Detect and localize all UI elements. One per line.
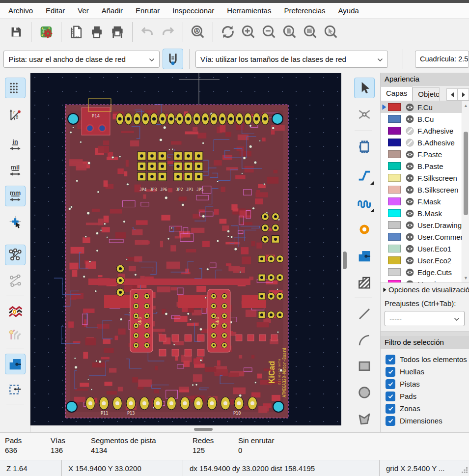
menu-ver[interactable]: Ver <box>71 3 95 18</box>
add-via-button[interactable] <box>354 219 375 240</box>
layer-visibility-toggle[interactable] <box>406 139 414 146</box>
layer-row-f-cu[interactable]: F.Cu <box>381 101 469 113</box>
layer-color-swatch[interactable] <box>388 233 401 241</box>
zoom-in-button[interactable] <box>238 22 259 42</box>
tab-layers[interactable]: Capas <box>381 86 413 101</box>
menu-anadir[interactable]: Añadir <box>95 3 129 18</box>
layer-row-f-adhesive[interactable]: F.Adhesive <box>381 125 469 137</box>
layer-visibility-toggle[interactable] <box>406 174 414 182</box>
layer-row-margin[interactable]: Margin <box>381 278 469 282</box>
canvas-vertical-scrollbar[interactable] <box>341 73 348 432</box>
layer-row-user-comments[interactable]: User.Comments <box>381 231 469 243</box>
zone-outline-mode-button[interactable] <box>5 378 26 399</box>
resize-grip-icon[interactable] <box>462 467 468 475</box>
layer-color-swatch[interactable] <box>388 256 401 264</box>
refresh-view-button[interactable] <box>218 22 238 42</box>
menu-herramientas[interactable]: Herramientas <box>221 3 277 18</box>
layer-visibility-toggle[interactable] <box>406 103 414 111</box>
zoom-out-button[interactable] <box>259 22 279 42</box>
pcb-canvas[interactable]: P14JP4JP3JP6JP2JP1JP5GNDGNDP11P13P10KiCa… <box>30 73 341 425</box>
layer-scroll-thumb[interactable] <box>464 132 468 215</box>
save-button[interactable] <box>6 22 27 42</box>
units-mil-button[interactable]: mil <box>5 160 26 181</box>
menu-archivo[interactable]: Archivo <box>2 3 39 18</box>
layer-color-swatch[interactable] <box>388 150 401 158</box>
zoom-selection-button[interactable] <box>321 22 341 42</box>
layer-visibility-toggle[interactable] <box>406 150 414 158</box>
crosshair-cursor-button[interactable] <box>5 211 26 232</box>
grid-select[interactable]: Cuadrícula: 2.5 <box>415 51 469 68</box>
layer-color-swatch[interactable] <box>388 162 401 170</box>
layer-row-f-paste[interactable]: F.Paste <box>381 148 469 160</box>
draw-arc-button[interactable] <box>354 330 375 351</box>
layer-color-swatch[interactable] <box>388 127 401 135</box>
layer-row-f-silkscreen[interactable]: F.Silkscreen <box>381 172 469 184</box>
layer-color-swatch[interactable] <box>388 197 401 205</box>
layer-row-b-cu[interactable]: B.Cu <box>381 113 469 125</box>
menu-editar[interactable]: Editar <box>39 3 71 18</box>
layer-color-swatch[interactable] <box>388 268 401 276</box>
layer-visibility-toggle[interactable] <box>406 127 414 135</box>
menu-inspeccionar[interactable]: Inspeccionar <box>166 3 221 18</box>
layer-visibility-toggle[interactable] <box>406 186 414 194</box>
polar-coords-button[interactable]: rθ <box>5 104 26 125</box>
undo-button[interactable] <box>137 22 158 42</box>
tab-objects[interactable]: Objetos <box>413 87 440 101</box>
layer-row-user-eco2[interactable]: User.Eco2 <box>381 254 469 266</box>
layer-color-swatch[interactable] <box>388 209 401 217</box>
layer-color-swatch[interactable] <box>388 245 401 252</box>
menu-preferencias[interactable]: Preferencias <box>277 3 331 18</box>
layer-row-user-drawings[interactable]: User.Drawings <box>381 219 469 231</box>
filter-checkbox-huellas[interactable] <box>386 367 395 377</box>
redo-button[interactable] <box>158 22 178 42</box>
draw-rectangle-button[interactable] <box>354 356 375 376</box>
layer-row-user-eco1[interactable]: User.Eco1 <box>381 243 469 254</box>
print-button[interactable] <box>86 22 107 42</box>
layer-row-b-silkscreen[interactable]: B.Silkscreen <box>381 184 469 196</box>
board-setup-button[interactable] <box>36 22 56 42</box>
layer-row-f-mask[interactable]: F.Mask <box>381 196 469 207</box>
curved-ratsnest-button[interactable] <box>5 270 26 291</box>
draw-polygon-button[interactable] <box>354 409 375 429</box>
tune-length-button[interactable] <box>354 193 375 213</box>
layer-visibility-toggle[interactable] <box>406 245 414 252</box>
menu-ayuda[interactable]: Ayuda <box>332 3 365 18</box>
layer-visibility-toggle[interactable] <box>406 221 414 229</box>
layer-visibility-toggle[interactable] <box>406 197 414 205</box>
tab-prev-button[interactable] <box>446 88 458 101</box>
select-tool-button[interactable] <box>354 78 375 98</box>
zone-fill-mode-button[interactable] <box>5 354 26 374</box>
filter-checkbox-dimensiones[interactable] <box>386 416 395 426</box>
draw-circle-button[interactable] <box>354 382 375 403</box>
layer-row-b-mask[interactable]: B.Mask <box>381 207 469 219</box>
draw-line-button[interactable] <box>354 304 375 324</box>
hscroll-thumb[interactable] <box>194 428 213 431</box>
via-size-select[interactable]: Vía: utilizar los tamaños de las clases … <box>195 51 388 68</box>
layer-visibility-toggle[interactable] <box>406 115 414 123</box>
route-tracks-button[interactable] <box>354 165 375 186</box>
layer-visibility-toggle[interactable] <box>406 209 414 217</box>
filter-checkbox-todos-los-elementos[interactable] <box>386 355 395 364</box>
tab-next-button[interactable] <box>458 88 469 101</box>
zoom-fit-page-button[interactable] <box>279 22 300 42</box>
local-ratsnest-button[interactable] <box>354 104 375 125</box>
add-footprint-button[interactable] <box>354 137 375 157</box>
layer-visibility-toggle[interactable] <box>406 233 414 241</box>
layer-color-swatch[interactable] <box>388 115 401 123</box>
presets-select[interactable]: ----- <box>385 311 465 326</box>
filter-checkbox-pads[interactable] <box>386 392 395 401</box>
zoom-auto-button[interactable]: A <box>188 22 208 42</box>
track-width-select[interactable]: Pista: usar el ancho de clase de red <box>3 51 160 68</box>
display-options-toggle[interactable]: Opciones de visualización <box>381 282 469 296</box>
plot-button[interactable] <box>107 22 128 42</box>
layer-color-swatch[interactable] <box>388 280 401 282</box>
layer-color-swatch[interactable] <box>388 103 401 111</box>
scroll-down-icon[interactable]: ▼ <box>463 276 469 280</box>
layer-row-b-adhesive[interactable]: B.Adhesive <box>381 137 469 148</box>
clear-net-highlight-button[interactable] <box>5 324 26 345</box>
layer-color-swatch[interactable] <box>388 186 401 194</box>
menu-enrutar[interactable]: Enrutar <box>129 3 166 18</box>
layer-visibility-toggle[interactable] <box>406 268 414 276</box>
highlight-nets-button[interactable] <box>5 302 26 322</box>
add-zone-button[interactable] <box>354 246 375 266</box>
